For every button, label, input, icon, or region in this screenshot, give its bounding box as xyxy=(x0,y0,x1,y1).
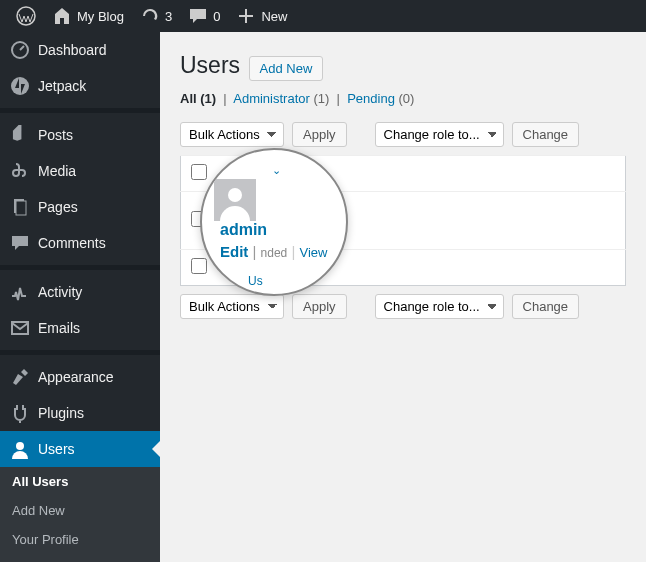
select-all-top[interactable] xyxy=(191,164,207,180)
sidebar-item-pages[interactable]: Pages xyxy=(0,189,160,225)
new-link[interactable]: New xyxy=(228,6,295,26)
change-role-select-bottom[interactable]: Change role to... xyxy=(375,294,504,319)
change-button-bottom[interactable]: Change xyxy=(512,294,580,319)
svg-rect-4 xyxy=(16,201,26,215)
submenu-your-profile[interactable]: Your Profile xyxy=(0,525,160,554)
site-title: My Blog xyxy=(77,9,124,24)
users-submenu: All Users Add New Your Profile Manage Si… xyxy=(0,467,160,562)
comments-link[interactable]: 0 xyxy=(180,6,228,26)
submenu-manage-signups[interactable]: Manage Signups xyxy=(0,554,160,562)
sidebar-item-posts[interactable]: Posts xyxy=(0,117,160,153)
new-label: New xyxy=(261,9,287,24)
sidebar-item-comments[interactable]: Comments xyxy=(0,225,160,261)
magnified-username[interactable]: admin xyxy=(220,221,327,239)
view-link[interactable]: View xyxy=(300,245,328,260)
apply-button-top[interactable]: Apply xyxy=(292,122,347,147)
svg-point-6 xyxy=(16,442,24,450)
page-title: Users xyxy=(180,52,240,79)
add-new-button[interactable]: Add New xyxy=(249,56,324,81)
change-button-top[interactable]: Change xyxy=(512,122,580,147)
svg-point-2 xyxy=(11,77,29,95)
filter-administrator[interactable]: Administrator xyxy=(233,91,310,106)
sidebar-item-media[interactable]: Media xyxy=(0,153,160,189)
updates-count: 3 xyxy=(165,9,172,24)
submenu-add-new[interactable]: Add New xyxy=(0,496,160,525)
filter-pending[interactable]: Pending xyxy=(347,91,395,106)
svg-point-8 xyxy=(228,188,242,202)
sidebar-item-jetpack[interactable]: Jetpack xyxy=(0,68,160,104)
sidebar-item-activity[interactable]: Activity xyxy=(0,274,160,310)
filter-links: All (1) | Administrator (1) | Pending (0… xyxy=(180,91,626,106)
sidebar-item-emails[interactable]: Emails xyxy=(0,310,160,346)
sidebar-item-users[interactable]: Users xyxy=(0,431,160,467)
avatar-icon xyxy=(214,179,256,221)
updates-link[interactable]: 3 xyxy=(132,6,180,26)
select-all-bottom[interactable] xyxy=(191,258,207,274)
edit-link[interactable]: Edit xyxy=(220,243,248,260)
sidebar-item-dashboard[interactable]: Dashboard xyxy=(0,32,160,68)
magnifier-overlay: ⌄ admin Edit | nded | View Us xyxy=(200,148,348,296)
sidebar-item-appearance[interactable]: Appearance xyxy=(0,359,160,395)
wp-logo[interactable] xyxy=(8,6,44,26)
bulk-actions-select-top[interactable]: Bulk Actions xyxy=(180,122,284,147)
comments-count: 0 xyxy=(213,9,220,24)
submenu-all-users[interactable]: All Users xyxy=(0,467,160,496)
sidebar-item-plugins[interactable]: Plugins xyxy=(0,395,160,431)
change-role-select-top[interactable]: Change role to... xyxy=(375,122,504,147)
apply-button-bottom[interactable]: Apply xyxy=(292,294,347,319)
site-link[interactable]: My Blog xyxy=(44,6,132,26)
bulk-actions-select-bottom[interactable]: Bulk Actions xyxy=(180,294,284,319)
